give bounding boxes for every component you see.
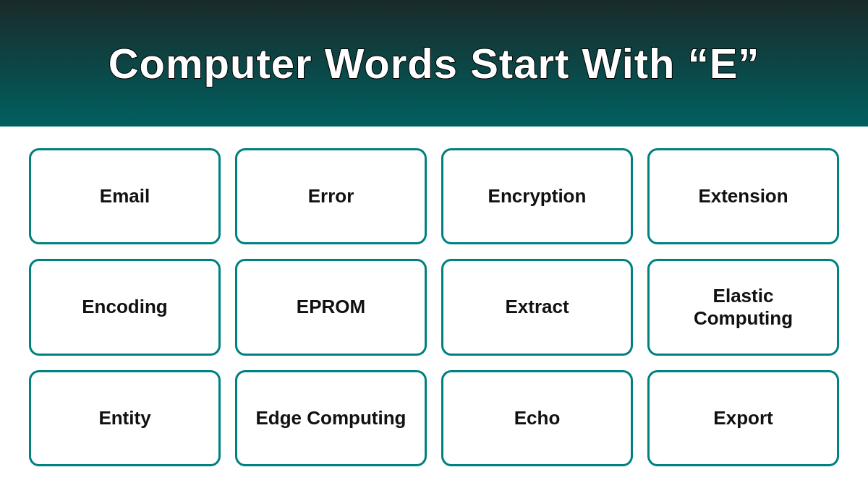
card-label-eprom: EPROM [297, 296, 365, 318]
card-extract: Extract [441, 259, 633, 355]
card-email: Email [29, 148, 221, 244]
card-encoding: Encoding [29, 259, 221, 355]
card-label-encoding: Encoding [82, 296, 167, 318]
card-label-entity: Entity [98, 407, 150, 429]
cards-grid: EmailErrorEncryptionExtensionEncodingEPR… [0, 127, 868, 488]
card-label-elastic-computing: Elastic Computing [661, 285, 825, 330]
card-encryption: Encryption [441, 148, 633, 244]
card-extension: Extension [647, 148, 839, 244]
card-elastic-computing: Elastic Computing [647, 259, 839, 355]
card-entity: Entity [29, 370, 221, 466]
card-label-extract: Extract [505, 296, 569, 318]
card-export: Export [647, 370, 839, 466]
card-label-edge-computing: Edge Computing [256, 407, 407, 429]
card-eprom: EPROM [235, 259, 427, 355]
card-echo: Echo [441, 370, 633, 466]
page-title: Computer Words Start With “E” [109, 39, 760, 87]
card-error: Error [235, 148, 427, 244]
card-label-email: Email [100, 185, 150, 207]
card-label-extension: Extension [698, 185, 788, 207]
header: Computer Words Start With “E” [0, 0, 868, 127]
card-label-echo: Echo [514, 407, 561, 429]
card-label-encryption: Encryption [488, 185, 587, 207]
card-label-error: Error [308, 185, 354, 207]
card-label-export: Export [713, 407, 773, 429]
card-edge-computing: Edge Computing [235, 370, 427, 466]
